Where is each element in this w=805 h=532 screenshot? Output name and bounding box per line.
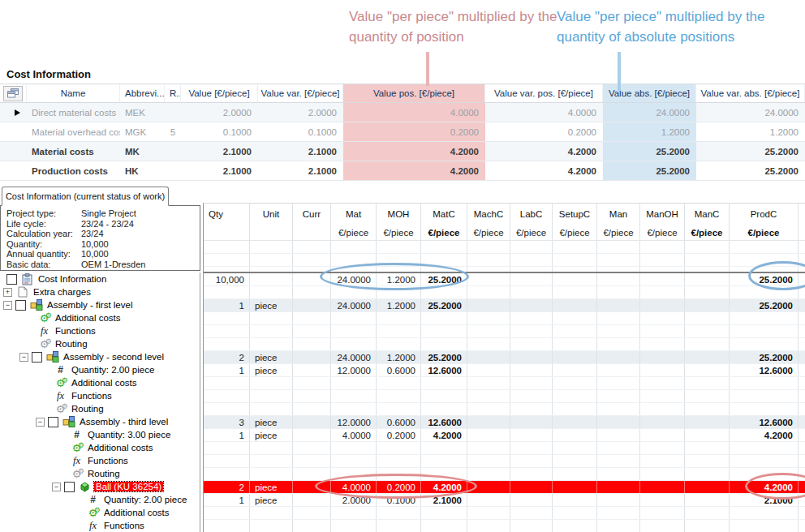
grid-cell-unit[interactable] [250, 442, 293, 454]
grid-cell-manc[interactable] [685, 312, 730, 324]
grid-column-header-prodc[interactable]: ProdC [730, 204, 799, 225]
grid-cell-moh[interactable] [377, 377, 421, 389]
grid-cell-moh[interactable] [377, 390, 421, 402]
grid-cell-matc[interactable] [421, 455, 467, 467]
cost-cell-value[interactable]: 2.1000 [181, 161, 258, 180]
grid-cell-prodc[interactable]: 2.1000 [730, 494, 799, 506]
cost-cell-rate[interactable] [165, 161, 181, 180]
grid-cell-manoh[interactable] [640, 390, 685, 402]
grid-cell-unit[interactable] [250, 312, 293, 324]
cost-cell-value_var_pos[interactable]: 4.2000 [485, 161, 603, 180]
cost-cell-name[interactable]: Direct material costs [27, 103, 120, 122]
grid-cell-qty[interactable] [204, 325, 250, 337]
grid-cell-moh[interactable]: 1.2000 [377, 299, 421, 311]
cost-cell-value_var_abs[interactable]: 25.2000 [696, 161, 805, 180]
grid-cell-unit[interactable]: piece [250, 494, 293, 506]
grid-cell-moh[interactable] [377, 507, 421, 519]
grid-column-header-moh[interactable]: MOH [377, 204, 421, 225]
grid-cell-matc[interactable]: 25.2000 [421, 351, 467, 363]
cost-cell-value_var[interactable]: 2.1000 [258, 161, 343, 180]
grid-cell-machc[interactable] [467, 390, 510, 402]
grid-cell-setupc[interactable] [553, 286, 597, 298]
grid-column-header-matc[interactable]: MatC [421, 204, 467, 225]
grid-cell-man[interactable] [597, 507, 640, 519]
grid-cell-setupc[interactable] [553, 481, 597, 493]
grid-cell-setupc[interactable] [553, 507, 597, 519]
grid-cell-unit[interactable] [250, 325, 293, 337]
grid-cell-manc[interactable] [685, 494, 730, 506]
grid-cell-curr[interactable] [293, 455, 331, 467]
grid-cell-unit[interactable] [250, 520, 293, 532]
grid-cell-unit[interactable] [250, 403, 293, 415]
grid-cell-man[interactable] [597, 455, 640, 467]
grid-cell-machc[interactable] [467, 377, 510, 389]
grid-cell-setupc[interactable] [553, 364, 597, 376]
cost-cell-rate[interactable]: 5 [165, 122, 181, 141]
tree-item-functions[interactable]: fxFunctions [0, 389, 200, 402]
tree-item-functions[interactable]: fxFunctions [0, 454, 200, 467]
tree-item-assembly-first-level[interactable]: −Assembly - first level [0, 298, 200, 311]
grid-cell-labc[interactable] [510, 377, 553, 389]
grid-cell-qty[interactable] [204, 455, 250, 467]
grid-cell-labc[interactable] [510, 338, 553, 350]
grid-cell-man[interactable] [597, 390, 640, 402]
grid-cell-mat[interactable] [331, 338, 377, 350]
cost-cell-name[interactable]: Material costs [27, 142, 120, 161]
grid-cell-unit[interactable] [250, 468, 293, 480]
column-header-name[interactable]: Name [27, 84, 120, 102]
grid-cell-labc[interactable] [510, 273, 553, 285]
grid-cell-prodc[interactable] [730, 507, 799, 519]
tree-item-assembly-second-level[interactable]: −Assembly - second level [0, 350, 200, 363]
grid-cell-mat[interactable] [331, 390, 377, 402]
grid-column-header-manoh[interactable]: ManOH [640, 204, 685, 225]
grid-cell-man[interactable] [597, 416, 640, 428]
grid-cell-prodc[interactable]: 25.2000 [730, 351, 799, 363]
grid-cell-qty[interactable]: 3 [204, 416, 250, 428]
grid-cell-prodc[interactable] [730, 442, 799, 454]
grid-cell-moh[interactable]: 0.6000 [377, 416, 421, 428]
grid-cell-mat[interactable]: 12.0000 [331, 416, 377, 428]
cost-cell-value_var[interactable]: 2.1000 [258, 142, 343, 161]
column-header-value_var[interactable]: Value var. [€/piece] [258, 84, 343, 102]
grid-cell-curr[interactable] [293, 377, 331, 389]
grid-cell-curr[interactable] [293, 429, 331, 441]
grid-cell-moh[interactable] [377, 455, 421, 467]
grid-column-header-labc[interactable]: LabC [510, 204, 553, 225]
grid-cell-manc[interactable] [685, 390, 730, 402]
grid-cell-manoh[interactable] [640, 299, 685, 311]
grid-cell-prodc[interactable] [730, 520, 799, 532]
collapse-icon[interactable]: − [3, 301, 12, 310]
grid-cell-prodc[interactable] [730, 377, 799, 389]
grid-row[interactable]: 1piece24.00001.200025.200025.2000 [204, 299, 805, 312]
grid-cell-setupc[interactable] [553, 429, 597, 441]
grid-cell-labc[interactable] [510, 390, 553, 402]
grid-cell-matc[interactable] [421, 442, 467, 454]
grid-cell-setupc[interactable] [553, 494, 597, 506]
grid-cell-man[interactable] [597, 299, 640, 311]
grid-cell-unit[interactable] [250, 507, 293, 519]
field-chooser-button[interactable] [3, 86, 23, 101]
grid-cell-manoh[interactable] [640, 403, 685, 415]
grid-cell-labc[interactable] [510, 481, 553, 493]
grid-cell-setupc[interactable] [553, 325, 597, 337]
grid-cell-prodc[interactable] [730, 455, 799, 467]
grid-cell-moh[interactable] [377, 468, 421, 480]
grid-cell-matc[interactable] [421, 520, 467, 532]
grid-cell-man[interactable] [597, 442, 640, 454]
grid-cell-mat[interactable] [331, 442, 377, 454]
grid-cell-manc[interactable] [685, 377, 730, 389]
grid-cell-moh[interactable] [377, 338, 421, 350]
grid-cell-man[interactable] [597, 481, 640, 493]
grid-cell-unit[interactable]: piece [250, 351, 293, 363]
grid-cell-labc[interactable] [510, 403, 553, 415]
cost-row-mgk[interactable]: Material overhead costsMGK50.10000.10000… [0, 122, 805, 142]
grid-cell-unit[interactable] [250, 273, 293, 285]
grid-cell-curr[interactable] [293, 325, 331, 337]
grid-cell-unit[interactable] [250, 390, 293, 402]
grid-cell-man[interactable] [597, 520, 640, 532]
grid-cell-curr[interactable] [293, 416, 331, 428]
grid-cell-moh[interactable]: 0.6000 [377, 364, 421, 376]
grid-cell-manc[interactable] [685, 364, 730, 376]
cost-cell-value_var[interactable]: 0.1000 [258, 122, 343, 141]
grid-cell-setupc[interactable] [553, 273, 597, 285]
